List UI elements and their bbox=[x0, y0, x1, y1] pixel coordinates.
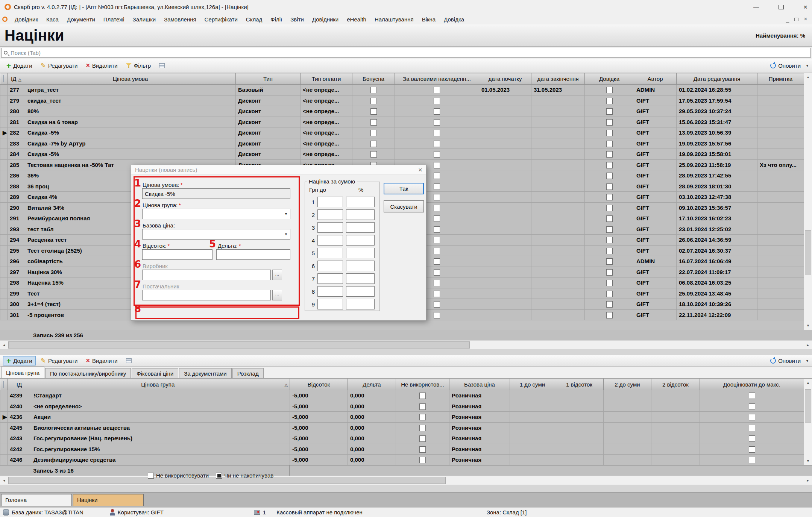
checkbox-icon[interactable] bbox=[434, 258, 440, 265]
checkbox-icon[interactable] bbox=[370, 119, 377, 126]
checkbox-icon[interactable] bbox=[370, 108, 377, 115]
cell-id[interactable]: 289 bbox=[8, 192, 25, 203]
cell-end-date[interactable] bbox=[531, 245, 585, 256]
cell-start-date[interactable] bbox=[479, 256, 531, 267]
sum-percent-input[interactable] bbox=[346, 197, 375, 207]
checkbox-cell[interactable] bbox=[585, 95, 634, 106]
cell-edited-date[interactable]: 29.05.2023 10:37:24 bbox=[677, 106, 757, 117]
checkbox-cell[interactable] bbox=[352, 138, 395, 149]
cell-note[interactable] bbox=[757, 202, 804, 213]
cell-delta[interactable]: 0,000 bbox=[348, 422, 396, 433]
checkbox-cell[interactable] bbox=[585, 245, 634, 256]
table-row[interactable]: 284Скидка -5%Дисконт<не опреде...GIFT19.… bbox=[0, 149, 804, 160]
cell-note[interactable] bbox=[757, 85, 804, 96]
cell-author[interactable]: GIFT bbox=[634, 213, 677, 224]
checkbox-cell[interactable] bbox=[585, 288, 634, 299]
mdi-restore-button[interactable] bbox=[794, 18, 798, 21]
cell-author[interactable]: ADMIN bbox=[634, 256, 677, 267]
checkbox-cell[interactable] bbox=[700, 401, 804, 412]
cell-pay-type[interactable]: <не опреде... bbox=[301, 85, 352, 96]
checkbox-icon[interactable] bbox=[434, 226, 440, 233]
column-header[interactable]: 1 відсоток bbox=[555, 379, 604, 390]
cell-percent1[interactable] bbox=[555, 390, 604, 401]
column-header[interactable]: ІД△ bbox=[8, 73, 25, 85]
checkbox-cell[interactable] bbox=[585, 127, 634, 138]
cell-end-date[interactable] bbox=[531, 106, 585, 117]
cell-note[interactable] bbox=[757, 117, 804, 127]
scroll-right-icon[interactable]: ► bbox=[804, 476, 812, 485]
checkbox-icon[interactable] bbox=[419, 457, 426, 463]
cell-end-date[interactable] bbox=[531, 299, 585, 310]
checkbox-cell[interactable] bbox=[585, 309, 634, 320]
sum-amount-input[interactable] bbox=[317, 261, 343, 271]
table-row[interactable]: 4242Гос.регулирование 15%-5,0000,000Розн… bbox=[0, 444, 804, 455]
cell-id[interactable]: 286 bbox=[8, 170, 25, 181]
checkbox-icon[interactable] bbox=[606, 194, 613, 200]
menu-item-Налаштування[interactable]: Налаштування bbox=[370, 15, 418, 24]
add-button[interactable]: +Додати bbox=[3, 61, 36, 70]
minimize-button[interactable]: — bbox=[753, 4, 759, 10]
cell-sum2[interactable] bbox=[604, 444, 651, 455]
cell-author[interactable]: GIFT bbox=[634, 127, 677, 138]
cell-price-group[interactable]: Гос.регулирование (Нац. перечень) bbox=[31, 433, 290, 444]
columns-button-lower[interactable] bbox=[123, 357, 135, 365]
cell-author[interactable]: GIFT bbox=[634, 170, 677, 181]
ok-button[interactable]: Так bbox=[384, 183, 424, 194]
cell-sum1[interactable] bbox=[510, 433, 555, 444]
manufacturer-input[interactable] bbox=[142, 270, 271, 280]
cell-percent2[interactable] bbox=[651, 444, 700, 455]
scroll-thumb[interactable] bbox=[805, 389, 811, 423]
checkbox-cell[interactable] bbox=[585, 138, 634, 149]
table-row[interactable]: 279скидка_тестДисконт<не опреде...GIFT17… bbox=[0, 95, 804, 106]
table-row[interactable]: 28080%Дисконт<не опреде...GIFT29.05.2023… bbox=[0, 106, 804, 117]
checkbox-icon[interactable] bbox=[370, 141, 377, 147]
cell-price-condition[interactable]: Скидка -5% bbox=[25, 127, 236, 138]
cell-percent[interactable]: -5,000 bbox=[290, 422, 348, 433]
search-input[interactable] bbox=[11, 50, 808, 56]
sum-amount-input[interactable] bbox=[317, 286, 343, 297]
cell-note[interactable] bbox=[757, 106, 804, 117]
cell-price-condition[interactable]: цитра_тест bbox=[25, 85, 236, 96]
cell-author[interactable]: GIFT bbox=[634, 224, 677, 235]
scroll-thumb[interactable] bbox=[805, 230, 811, 275]
checkbox-cell[interactable] bbox=[700, 412, 804, 423]
cell-id[interactable]: 285 bbox=[8, 159, 25, 170]
checkbox-cell[interactable] bbox=[396, 401, 449, 412]
cell-start-date[interactable] bbox=[479, 299, 531, 310]
checkbox-icon[interactable] bbox=[148, 473, 154, 479]
cell-note[interactable] bbox=[757, 181, 804, 192]
checkbox-icon[interactable] bbox=[419, 425, 426, 431]
cell-end-date[interactable] bbox=[531, 181, 585, 192]
cell-sum1[interactable] bbox=[510, 444, 555, 455]
cell-sum1[interactable] bbox=[510, 422, 555, 433]
cell-note[interactable] bbox=[757, 170, 804, 181]
checkbox-icon[interactable] bbox=[434, 194, 440, 200]
cell-author[interactable]: GIFT bbox=[634, 192, 677, 203]
cell-author[interactable]: GIFT bbox=[634, 235, 677, 246]
cell-percent[interactable]: -5,000 bbox=[290, 390, 348, 401]
cell-start-date[interactable] bbox=[479, 192, 531, 203]
checkbox-icon[interactable] bbox=[606, 301, 613, 308]
cell-price-group[interactable]: !Стандарт bbox=[31, 390, 290, 401]
scroll-down-icon[interactable]: ▼ bbox=[804, 457, 812, 465]
cell-edited-date[interactable]: 03.10.2023 12:47:38 bbox=[677, 192, 757, 203]
column-header[interactable]: Автор bbox=[634, 73, 677, 85]
edit-button[interactable]: ✎Редагувати bbox=[37, 61, 81, 70]
delete-button-lower[interactable]: ×Видалити bbox=[82, 356, 121, 365]
checkbox-icon[interactable] bbox=[606, 98, 613, 104]
menu-item-Довідка[interactable]: Довідка bbox=[440, 15, 468, 24]
cell-delta[interactable]: 0,000 bbox=[348, 401, 396, 412]
cell-id[interactable]: 297 bbox=[8, 267, 25, 277]
cell-end-date[interactable] bbox=[531, 288, 585, 299]
cell-delta[interactable]: 0,000 bbox=[348, 412, 396, 423]
refresh-button[interactable]: Оновити bbox=[767, 61, 804, 70]
table-row[interactable]: 4245Биологически активные вещества-5,000… bbox=[0, 422, 804, 433]
cell-percent2[interactable] bbox=[651, 412, 700, 423]
checkbox-cell[interactable] bbox=[396, 412, 449, 423]
column-header[interactable]: 2 відсоток bbox=[651, 379, 700, 390]
checkbox-cell[interactable] bbox=[396, 422, 449, 433]
cell-id[interactable]: 4243 bbox=[8, 433, 31, 444]
menu-item-Звіти[interactable]: Звіти bbox=[286, 15, 308, 24]
cell-end-date[interactable] bbox=[531, 117, 585, 127]
cell-edited-date[interactable]: 25.09.2024 13:48:45 bbox=[677, 288, 757, 299]
